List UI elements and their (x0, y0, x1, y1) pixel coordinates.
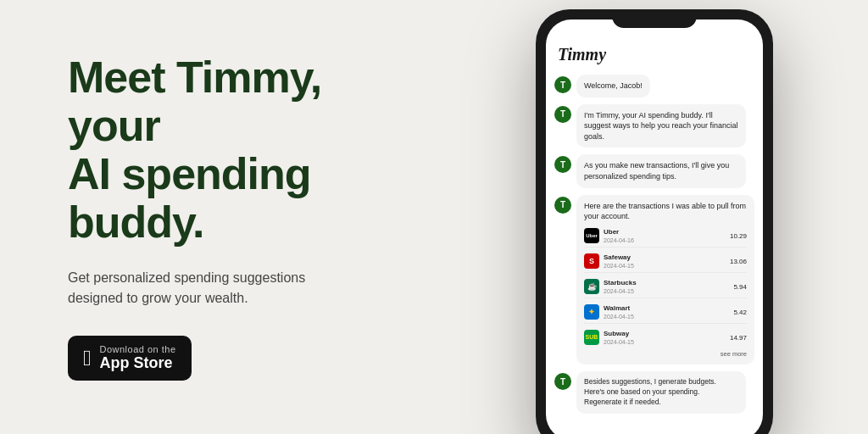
subway-logo: SUB (584, 330, 599, 345)
timmy-avatar-1: T (554, 76, 571, 93)
starbucks-logo: ☕ (584, 279, 599, 294)
safeway-logo: S (584, 253, 599, 269)
right-panel: Timmy T Welcome, Jacob! T (441, 0, 868, 434)
tx-info-safeway: Safeway 2024-04-15 (604, 253, 726, 270)
transaction-list: Uber Uber 2024-04-16 10.29 (584, 225, 747, 348)
tx-info-starbucks: Starbucks 2024-04-15 (604, 278, 729, 296)
screen-content: Timmy T Welcome, Jacob! T (546, 19, 763, 434)
headline-line1: Meet Timmy, your (68, 53, 321, 150)
table-row: ☕ Starbucks 2024-04-15 5.94 (584, 276, 747, 298)
tx-info-walmart: Walmart 2024-04-15 (604, 303, 729, 321)
table-row: Uber Uber 2024-04-16 10.29 (584, 225, 747, 248)
app-store-button[interactable]:  Download on the App Store (68, 336, 192, 381)
chat-row-welcome: T Welcome, Jacob! (554, 75, 754, 97)
chat-row-bottom: T Besides suggestions, I generate budget… (554, 371, 754, 414)
tx-info-subway: Subway 2024-04-15 (604, 329, 726, 347)
headline-line2: AI spending buddy. (68, 149, 311, 247)
table-row: SUB Subway 2024-04-15 14.97 (584, 327, 747, 348)
table-row: S Safeway 2024-04-15 13.06 (584, 251, 747, 273)
app-store-btn-text: Download on the App Store (100, 344, 176, 373)
timmy-avatar-5: T (554, 373, 571, 390)
subtitle: Get personalized spending suggestions de… (68, 268, 356, 309)
apple-icon:  (83, 347, 92, 369)
transactions-bubble: Here are the transactions I was able to … (576, 195, 754, 365)
uber-logo: Uber (584, 228, 599, 243)
table-row: ✦ Walmart 2024-04-15 5.42 (584, 302, 747, 324)
chat-row-tips: T As you make new transactions, I'll giv… (554, 154, 754, 187)
chat-bubble-intro: I'm Timmy, your AI spending buddy. I'll … (576, 104, 746, 148)
main-container: Meet Timmy, your AI spending buddy. Get … (0, 0, 868, 434)
download-on-label: Download on the (100, 344, 176, 354)
tx-info-uber: Uber 2024-04-16 (604, 227, 726, 245)
timmy-avatar-2: T (554, 106, 571, 123)
left-panel: Meet Timmy, your AI spending buddy. Get … (0, 3, 441, 431)
chat-bubble-tips: As you make new transactions, I'll give … (576, 154, 746, 187)
chat-row-transactions: T Here are the transactions I was able t… (554, 195, 754, 365)
chat-row-intro: T I'm Timmy, your AI spending buddy. I'l… (554, 104, 754, 148)
headline: Meet Timmy, your AI spending buddy. (68, 53, 373, 248)
phone-frame: Timmy T Welcome, Jacob! T (536, 9, 773, 434)
timmy-avatar-3: T (554, 156, 571, 173)
see-more-link[interactable]: see more (584, 348, 747, 359)
phone-screen: Timmy T Welcome, Jacob! T (546, 19, 763, 434)
store-name-label: App Store (100, 354, 173, 373)
timmy-avatar-4: T (554, 197, 571, 214)
chat-bubble-welcome: Welcome, Jacob! (576, 75, 650, 97)
phone-notch (612, 9, 697, 28)
chat-bubble-bottom: Besides suggestions, I generate budgets.… (576, 371, 746, 414)
chat-area: T Welcome, Jacob! T I'm Timmy, your AI s… (546, 70, 763, 434)
walmart-logo: ✦ (584, 304, 599, 320)
phone-wrapper: Timmy T Welcome, Jacob! T (536, 9, 773, 434)
